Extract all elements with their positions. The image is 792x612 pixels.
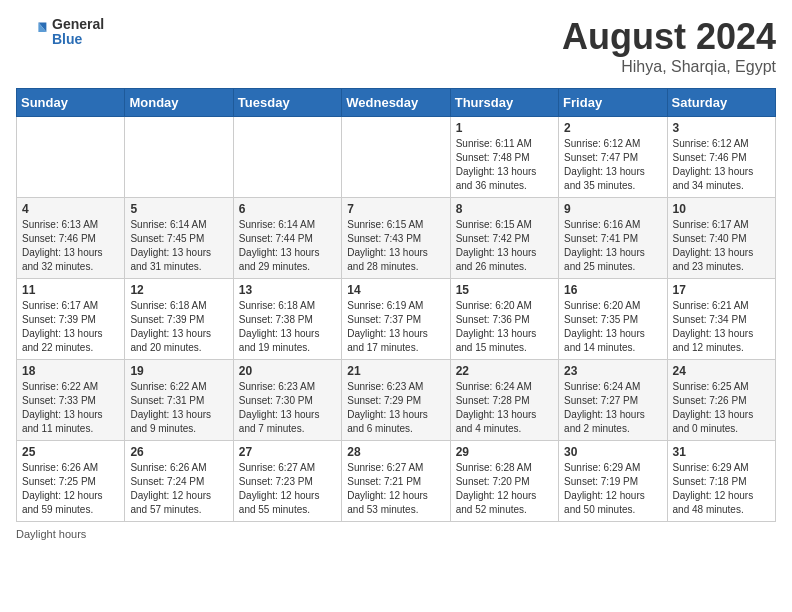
day-info: Sunrise: 6:13 AMSunset: 7:46 PMDaylight:… xyxy=(22,218,119,274)
day-info: Sunrise: 6:26 AMSunset: 7:24 PMDaylight:… xyxy=(130,461,227,517)
calendar-col-header: Wednesday xyxy=(342,89,450,117)
day-number: 18 xyxy=(22,364,119,378)
day-number: 24 xyxy=(673,364,770,378)
calendar-day-cell: 12Sunrise: 6:18 AMSunset: 7:39 PMDayligh… xyxy=(125,279,233,360)
day-info: Sunrise: 6:27 AMSunset: 7:21 PMDaylight:… xyxy=(347,461,444,517)
day-info: Sunrise: 6:23 AMSunset: 7:30 PMDaylight:… xyxy=(239,380,336,436)
calendar-day-cell: 5Sunrise: 6:14 AMSunset: 7:45 PMDaylight… xyxy=(125,198,233,279)
calendar-col-header: Sunday xyxy=(17,89,125,117)
day-number: 14 xyxy=(347,283,444,297)
calendar-day-cell: 4Sunrise: 6:13 AMSunset: 7:46 PMDaylight… xyxy=(17,198,125,279)
calendar-day-cell: 1Sunrise: 6:11 AMSunset: 7:48 PMDaylight… xyxy=(450,117,558,198)
calendar-day-cell: 3Sunrise: 6:12 AMSunset: 7:46 PMDaylight… xyxy=(667,117,775,198)
title-block: August 2024 Hihya, Sharqia, Egypt xyxy=(562,16,776,76)
day-info: Sunrise: 6:19 AMSunset: 7:37 PMDaylight:… xyxy=(347,299,444,355)
page-header: General Blue August 2024 Hihya, Sharqia,… xyxy=(16,16,776,76)
day-number: 21 xyxy=(347,364,444,378)
day-number: 19 xyxy=(130,364,227,378)
day-number: 1 xyxy=(456,121,553,135)
calendar-day-cell: 24Sunrise: 6:25 AMSunset: 7:26 PMDayligh… xyxy=(667,360,775,441)
day-number: 23 xyxy=(564,364,661,378)
day-number: 16 xyxy=(564,283,661,297)
calendar-day-cell xyxy=(233,117,341,198)
day-info: Sunrise: 6:14 AMSunset: 7:44 PMDaylight:… xyxy=(239,218,336,274)
day-info: Sunrise: 6:26 AMSunset: 7:25 PMDaylight:… xyxy=(22,461,119,517)
main-title: August 2024 xyxy=(562,16,776,58)
day-number: 6 xyxy=(239,202,336,216)
calendar-header-row: SundayMondayTuesdayWednesdayThursdayFrid… xyxy=(17,89,776,117)
calendar-week-row: 18Sunrise: 6:22 AMSunset: 7:33 PMDayligh… xyxy=(17,360,776,441)
calendar-day-cell: 26Sunrise: 6:26 AMSunset: 7:24 PMDayligh… xyxy=(125,441,233,522)
day-number: 2 xyxy=(564,121,661,135)
calendar-day-cell: 8Sunrise: 6:15 AMSunset: 7:42 PMDaylight… xyxy=(450,198,558,279)
day-info: Sunrise: 6:15 AMSunset: 7:43 PMDaylight:… xyxy=(347,218,444,274)
daylight-label: Daylight hours xyxy=(16,528,86,540)
day-info: Sunrise: 6:20 AMSunset: 7:36 PMDaylight:… xyxy=(456,299,553,355)
calendar-col-header: Monday xyxy=(125,89,233,117)
day-info: Sunrise: 6:17 AMSunset: 7:40 PMDaylight:… xyxy=(673,218,770,274)
day-info: Sunrise: 6:22 AMSunset: 7:33 PMDaylight:… xyxy=(22,380,119,436)
calendar-day-cell: 27Sunrise: 6:27 AMSunset: 7:23 PMDayligh… xyxy=(233,441,341,522)
day-info: Sunrise: 6:20 AMSunset: 7:35 PMDaylight:… xyxy=(564,299,661,355)
day-number: 5 xyxy=(130,202,227,216)
day-number: 28 xyxy=(347,445,444,459)
day-number: 4 xyxy=(22,202,119,216)
day-info: Sunrise: 6:12 AMSunset: 7:46 PMDaylight:… xyxy=(673,137,770,193)
day-info: Sunrise: 6:11 AMSunset: 7:48 PMDaylight:… xyxy=(456,137,553,193)
day-info: Sunrise: 6:17 AMSunset: 7:39 PMDaylight:… xyxy=(22,299,119,355)
calendar-day-cell xyxy=(17,117,125,198)
calendar-day-cell: 11Sunrise: 6:17 AMSunset: 7:39 PMDayligh… xyxy=(17,279,125,360)
day-number: 25 xyxy=(22,445,119,459)
calendar-day-cell: 6Sunrise: 6:14 AMSunset: 7:44 PMDaylight… xyxy=(233,198,341,279)
day-info: Sunrise: 6:12 AMSunset: 7:47 PMDaylight:… xyxy=(564,137,661,193)
calendar-day-cell: 7Sunrise: 6:15 AMSunset: 7:43 PMDaylight… xyxy=(342,198,450,279)
calendar-week-row: 11Sunrise: 6:17 AMSunset: 7:39 PMDayligh… xyxy=(17,279,776,360)
day-number: 26 xyxy=(130,445,227,459)
calendar-col-header: Friday xyxy=(559,89,667,117)
day-number: 30 xyxy=(564,445,661,459)
day-number: 9 xyxy=(564,202,661,216)
calendar-day-cell: 21Sunrise: 6:23 AMSunset: 7:29 PMDayligh… xyxy=(342,360,450,441)
calendar-week-row: 4Sunrise: 6:13 AMSunset: 7:46 PMDaylight… xyxy=(17,198,776,279)
calendar-day-cell: 10Sunrise: 6:17 AMSunset: 7:40 PMDayligh… xyxy=(667,198,775,279)
calendar-day-cell: 30Sunrise: 6:29 AMSunset: 7:19 PMDayligh… xyxy=(559,441,667,522)
day-info: Sunrise: 6:23 AMSunset: 7:29 PMDaylight:… xyxy=(347,380,444,436)
calendar-day-cell xyxy=(342,117,450,198)
footer: Daylight hours xyxy=(16,528,776,540)
logo-text: General Blue xyxy=(52,17,104,48)
day-info: Sunrise: 6:16 AMSunset: 7:41 PMDaylight:… xyxy=(564,218,661,274)
day-number: 3 xyxy=(673,121,770,135)
logo-icon xyxy=(16,16,48,48)
day-info: Sunrise: 6:22 AMSunset: 7:31 PMDaylight:… xyxy=(130,380,227,436)
calendar-day-cell: 31Sunrise: 6:29 AMSunset: 7:18 PMDayligh… xyxy=(667,441,775,522)
calendar-day-cell: 29Sunrise: 6:28 AMSunset: 7:20 PMDayligh… xyxy=(450,441,558,522)
calendar-day-cell: 16Sunrise: 6:20 AMSunset: 7:35 PMDayligh… xyxy=(559,279,667,360)
day-number: 20 xyxy=(239,364,336,378)
day-number: 12 xyxy=(130,283,227,297)
day-info: Sunrise: 6:18 AMSunset: 7:39 PMDaylight:… xyxy=(130,299,227,355)
day-number: 15 xyxy=(456,283,553,297)
calendar-day-cell: 23Sunrise: 6:24 AMSunset: 7:27 PMDayligh… xyxy=(559,360,667,441)
calendar-table: SundayMondayTuesdayWednesdayThursdayFrid… xyxy=(16,88,776,522)
day-info: Sunrise: 6:29 AMSunset: 7:19 PMDaylight:… xyxy=(564,461,661,517)
calendar-col-header: Saturday xyxy=(667,89,775,117)
day-info: Sunrise: 6:24 AMSunset: 7:28 PMDaylight:… xyxy=(456,380,553,436)
day-info: Sunrise: 6:25 AMSunset: 7:26 PMDaylight:… xyxy=(673,380,770,436)
logo-blue-text: Blue xyxy=(52,32,104,47)
day-info: Sunrise: 6:18 AMSunset: 7:38 PMDaylight:… xyxy=(239,299,336,355)
day-number: 8 xyxy=(456,202,553,216)
day-info: Sunrise: 6:15 AMSunset: 7:42 PMDaylight:… xyxy=(456,218,553,274)
calendar-day-cell: 14Sunrise: 6:19 AMSunset: 7:37 PMDayligh… xyxy=(342,279,450,360)
day-info: Sunrise: 6:29 AMSunset: 7:18 PMDaylight:… xyxy=(673,461,770,517)
calendar-week-row: 25Sunrise: 6:26 AMSunset: 7:25 PMDayligh… xyxy=(17,441,776,522)
logo-general-text: General xyxy=(52,17,104,32)
calendar-col-header: Tuesday xyxy=(233,89,341,117)
calendar-day-cell xyxy=(125,117,233,198)
day-number: 31 xyxy=(673,445,770,459)
calendar-day-cell: 15Sunrise: 6:20 AMSunset: 7:36 PMDayligh… xyxy=(450,279,558,360)
logo: General Blue xyxy=(16,16,104,48)
day-info: Sunrise: 6:27 AMSunset: 7:23 PMDaylight:… xyxy=(239,461,336,517)
day-info: Sunrise: 6:21 AMSunset: 7:34 PMDaylight:… xyxy=(673,299,770,355)
sub-title: Hihya, Sharqia, Egypt xyxy=(562,58,776,76)
calendar-day-cell: 22Sunrise: 6:24 AMSunset: 7:28 PMDayligh… xyxy=(450,360,558,441)
